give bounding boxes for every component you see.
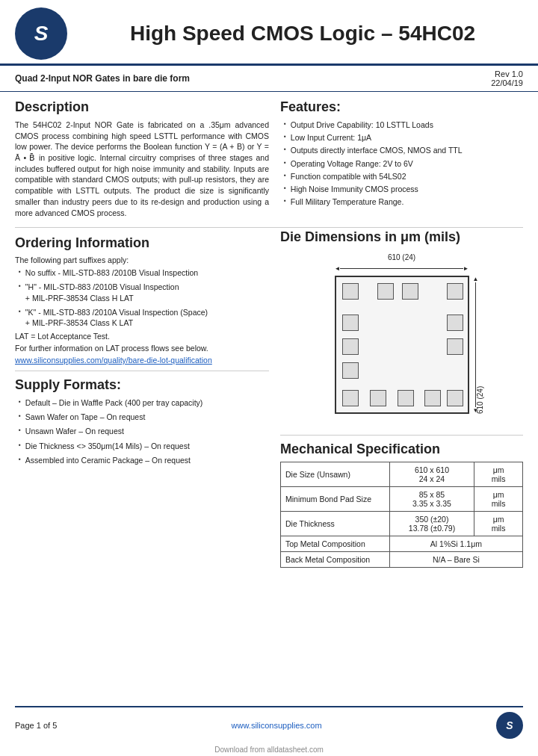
arrow-right: ▲ ▼ — [471, 276, 480, 414]
pad — [342, 338, 359, 355]
pad — [447, 283, 463, 300]
list-item: "H" - MIL-STD-883 /2010B Visual Inspecti… — [19, 282, 269, 303]
list-item: Die Thickness <> 350μm(14 Mils) – On req… — [19, 441, 269, 451]
dim-label-top: 610 (24) — [335, 253, 469, 261]
subtitle: Quad 2-Input NOR Gates in bare die form — [15, 73, 190, 84]
table-cell: 610 x 61024 x 24 — [389, 462, 474, 487]
lat-text: LAT = Lot Acceptance Test. — [15, 332, 269, 341]
pad — [370, 390, 386, 406]
pad — [447, 390, 463, 406]
right-column: Features: Output Drive Capability: 10 LS… — [280, 99, 523, 218]
table-row: Back Metal Composition N/A – Bare Si — [281, 552, 523, 568]
list-item: Assembled into Ceramic Package – On requ… — [19, 455, 269, 465]
logo-text: S — [34, 22, 49, 46]
list-item: Low Input Current: 1μA — [284, 132, 523, 143]
footer: Page 1 of 5 www.siliconsupplies.com S Do… — [0, 706, 538, 756]
table-row: Top Metal Composition Al 1%Si 1.1μm — [281, 536, 523, 552]
die-outer-box — [335, 276, 469, 414]
table-row: Die Size (Unsawn) 610 x 61024 x 24 μmmil… — [281, 462, 523, 487]
arrow-head-up-icon: ▲ — [473, 276, 479, 282]
arrow-top: ◄ ► — [335, 262, 469, 274]
table-cell: 350 (±20)13.78 (±0.79) — [389, 512, 474, 536]
list-item: Unsawn Wafer – On request — [19, 426, 269, 436]
supply-section: Supply Formats: Default – Die in Waffle … — [15, 377, 269, 465]
die-section: Die Dimensions in μm (mils) 610 (24) ◄ ► — [280, 229, 523, 429]
arrow-head-down-icon: ▼ — [473, 407, 479, 414]
supply-title: Supply Formats: — [15, 377, 269, 393]
pad — [424, 390, 441, 406]
list-item: No suffix - MIL-STD-883 /2010B Visual In… — [19, 267, 269, 278]
logo: S — [15, 7, 67, 60]
die-title: Die Dimensions in μm (mils) — [280, 229, 523, 245]
features-list: Output Drive Capability: 10 LSTTL Loads … — [280, 120, 523, 207]
table-cell: μmmils — [474, 462, 523, 487]
revision: Rev 1.0 22/04/19 — [491, 69, 523, 87]
page-number: Page 1 of 5 — [15, 721, 57, 730]
arrow-line-v — [475, 282, 476, 407]
table-cell: Top Metal Composition — [281, 536, 390, 552]
description-title: Description — [15, 99, 269, 115]
footer-content: Page 1 of 5 www.siliconsupplies.com S — [0, 707, 538, 743]
table-cell: Die Thickness — [281, 512, 390, 536]
arrow-head-left-icon: ◄ — [335, 265, 341, 272]
pad — [342, 362, 359, 379]
list-item: Full Military Temperature Range. — [284, 196, 523, 207]
mechanical-table: Die Size (Unsawn) 610 x 61024 x 24 μmmil… — [280, 462, 523, 568]
ordering-link[interactable]: www.siliconsupplies.com/quality/bare-die… — [15, 356, 269, 365]
pad — [342, 283, 359, 300]
table-cell: N/A – Bare Si — [389, 552, 522, 568]
features-title: Features: — [280, 99, 523, 115]
pad — [447, 315, 463, 331]
table-row: Minimum Bond Pad Size 85 x 853.35 x 3.35… — [281, 487, 523, 512]
footer-website[interactable]: www.siliconsupplies.com — [232, 721, 322, 730]
arrow-line-h — [340, 268, 463, 269]
supply-list: Default – Die in Waffle Pack (400 per tr… — [15, 397, 269, 465]
ordering-title: Ordering Information — [15, 235, 269, 251]
right-bottom: Die Dimensions in μm (mils) 610 (24) ◄ ► — [280, 229, 523, 568]
ordering-list: No suffix - MIL-STD-883 /2010B Visual In… — [15, 267, 269, 328]
header: S High Speed CMOS Logic – 54HC02 — [0, 0, 538, 66]
bottom-row: Ordering Information The following part … — [0, 229, 538, 568]
list-item: "K" - MIL-STD-883 /2010A Visual Inspecti… — [19, 307, 269, 328]
page-title: High Speed CMOS Logic – 54HC02 — [82, 22, 523, 46]
further-info: For further information on LAT process f… — [15, 344, 269, 353]
table-cell: Al 1%Si 1.1μm — [389, 536, 522, 552]
table-row: Die Thickness 350 (±20)13.78 (±0.79) μmm… — [281, 512, 523, 536]
list-item: Outputs directly interface CMOS, NMOS an… — [284, 145, 523, 155]
list-item: High Noise Immunity CMOS process — [284, 184, 523, 194]
footer-download: Download from alldatasheet.com — [0, 743, 538, 756]
die-diagram: 610 (24) ◄ ► — [320, 253, 484, 425]
arrow-head-right-icon: ► — [463, 265, 469, 272]
pad — [447, 338, 463, 355]
ordering-intro: The following part suffixes apply: — [15, 255, 269, 264]
pad — [342, 315, 359, 331]
left-column: Description The 54HC02 2-Input NOR Gate … — [15, 99, 269, 218]
list-item: Output Drive Capability: 10 LSTTL Loads — [284, 120, 523, 130]
pad — [342, 390, 359, 406]
table-cell: μmmils — [474, 512, 523, 536]
mechanical-title: Mechanical Specification — [280, 441, 523, 457]
table-cell: Back Metal Composition — [281, 552, 390, 568]
die-diagram-container: 610 (24) ◄ ► — [280, 250, 523, 429]
pad — [398, 390, 414, 406]
footer-logo-text: S — [506, 719, 513, 731]
left-bottom: Ordering Information The following part … — [15, 229, 269, 568]
list-item: Operating Voltage Range: 2V to 6V — [284, 158, 523, 169]
subheader: Quad 2-Input NOR Gates in bare die form … — [0, 66, 538, 92]
description-text: The 54HC02 2-Input NOR Gate is fabricate… — [15, 120, 269, 218]
list-item: Default – Die in Waffle Pack (400 per tr… — [19, 397, 269, 408]
table-cell: μmmils — [474, 487, 523, 512]
table-cell: Die Size (Unsawn) — [281, 462, 390, 487]
mechanical-section: Mechanical Specification Die Size (Unsaw… — [280, 441, 523, 568]
list-item: Function compatible with 54LS02 — [284, 171, 523, 182]
list-item: Sawn Wafer on Tape – On request — [19, 412, 269, 422]
main-content: Description The 54HC02 2-Input NOR Gate … — [0, 92, 538, 226]
table-cell: 85 x 853.35 x 3.35 — [389, 487, 474, 512]
footer-logo: S — [496, 712, 523, 739]
pad — [377, 283, 394, 300]
ordering-section: Ordering Information The following part … — [15, 235, 269, 365]
table-cell: Minimum Bond Pad Size — [281, 487, 390, 512]
pad — [402, 283, 418, 300]
